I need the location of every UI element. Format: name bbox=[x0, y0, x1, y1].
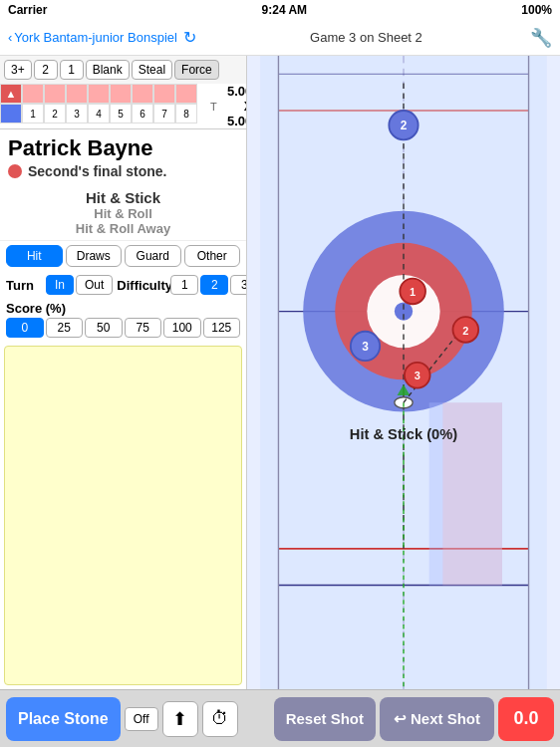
pct-0-btn[interactable]: 0 bbox=[6, 318, 44, 338]
ice-sheet-svg: 2 1 2 3 3 Hit & Stick (0%) bbox=[247, 56, 560, 689]
player-role: Second's final stone. bbox=[8, 163, 238, 179]
blue-score-row: 1 2 3 4 5 6 7 8 bbox=[0, 104, 197, 124]
left-panel: 3+ 2 1 Blank Steal Force ▲ bbox=[0, 56, 247, 689]
bottom-bar: Place Stone Off ⬆ ⏱ Reset Shot ↩ Next Sh… bbox=[0, 689, 560, 747]
score-rows: ▲ 1 2 3 bbox=[0, 84, 246, 128]
end-btn-steal[interactable]: Steal bbox=[132, 60, 172, 80]
end-btn-force[interactable]: Force bbox=[174, 60, 219, 80]
back-chevron-icon: ‹ bbox=[8, 30, 12, 45]
red-score-val: 5.00 bbox=[223, 84, 247, 99]
back-arrow-icon: ↩ bbox=[394, 710, 407, 728]
red-cell-4 bbox=[88, 84, 110, 104]
diff-2-btn[interactable]: 2 bbox=[200, 275, 228, 295]
end-btn-3plus[interactable]: 3+ bbox=[4, 60, 32, 80]
tab-hit[interactable]: Hit bbox=[6, 245, 63, 267]
time-label: 9:24 AM bbox=[262, 3, 308, 17]
end-btn-blank[interactable]: Blank bbox=[86, 60, 130, 80]
status-bar: Carrier 9:24 AM 100% bbox=[0, 0, 560, 20]
red-cell-5 bbox=[110, 84, 132, 104]
score-right: 5.00 T X 5.00 bbox=[197, 84, 247, 128]
shot-tabs: Hit Draws Guard Other bbox=[6, 245, 240, 267]
tab-guard[interactable]: Guard bbox=[125, 245, 181, 267]
pct-100-btn[interactable]: 100 bbox=[163, 318, 201, 338]
blue-cell-3: 3 bbox=[66, 104, 88, 124]
svg-text:2: 2 bbox=[462, 325, 468, 337]
game-info: Game 3 on Sheet 2 bbox=[202, 30, 530, 45]
red-cell-7 bbox=[153, 84, 175, 104]
end-buttons-row: 3+ 2 1 Blank Steal Force bbox=[0, 56, 246, 84]
score-pct-group: 0 25 50 75 100 125 bbox=[6, 318, 240, 338]
battery-label: 100% bbox=[521, 3, 552, 17]
blue-cell-5: 5 bbox=[110, 104, 132, 124]
tab-other[interactable]: Other bbox=[184, 245, 241, 267]
blue-cell-4: 4 bbox=[88, 104, 110, 124]
red-cell-2 bbox=[44, 84, 66, 104]
t-label: T bbox=[204, 101, 222, 113]
turn-out-btn[interactable]: Out bbox=[76, 275, 113, 295]
place-stone-button[interactable]: Place Stone bbox=[6, 697, 121, 741]
blue-cell-7: 7 bbox=[153, 104, 175, 124]
clock-icon-button[interactable]: ⏱ bbox=[202, 701, 238, 737]
end-btn-1[interactable]: 1 bbox=[60, 60, 84, 80]
stone-dot-icon bbox=[8, 164, 22, 178]
red-indicator: ▲ bbox=[0, 84, 22, 104]
red-cell-1 bbox=[22, 84, 44, 104]
back-label: York Bantam-junior Bonspiel bbox=[14, 30, 177, 45]
red-cell-8 bbox=[175, 84, 197, 104]
score-section: 3+ 2 1 Blank Steal Force ▲ bbox=[0, 56, 246, 129]
next-shot-button[interactable]: ↩ Next Shot bbox=[380, 697, 494, 741]
blue-cell-8: 8 bbox=[175, 104, 197, 124]
clock-icon: ⏱ bbox=[211, 708, 229, 729]
reset-shot-button[interactable]: Reset Shot bbox=[274, 697, 376, 741]
turn-group: In Out bbox=[46, 275, 113, 295]
svg-text:Hit & Stick (0%): Hit & Stick (0%) bbox=[350, 426, 457, 442]
person-icon: ⬆ bbox=[172, 708, 187, 730]
shot-secondary1[interactable]: Hit & Roll bbox=[94, 206, 152, 221]
blue-score-val: 5.00 bbox=[223, 114, 247, 128]
red-cell-3 bbox=[66, 84, 88, 104]
score-pct-section: Score (%) 0 25 50 75 100 125 bbox=[0, 299, 246, 342]
shot-primary[interactable]: Hit & Stick bbox=[86, 189, 160, 206]
carrier-label: Carrier bbox=[8, 3, 47, 17]
difficulty-label: Difficulty bbox=[117, 278, 166, 293]
blue-cell-1: 1 bbox=[22, 104, 44, 124]
player-role-text: Second's final stone. bbox=[28, 163, 166, 179]
diff-3-btn[interactable]: 3 bbox=[230, 275, 247, 295]
score-left: ▲ 1 2 3 bbox=[0, 84, 197, 128]
svg-text:3: 3 bbox=[362, 340, 369, 354]
diff-1-btn[interactable]: 1 bbox=[170, 275, 198, 295]
turn-label: Turn bbox=[6, 278, 42, 293]
pct-50-btn[interactable]: 50 bbox=[85, 318, 123, 338]
svg-text:2: 2 bbox=[401, 119, 408, 132]
end-btn-2[interactable]: 2 bbox=[34, 60, 58, 80]
pct-75-btn[interactable]: 75 bbox=[125, 318, 162, 338]
red-cell-6 bbox=[132, 84, 153, 104]
refresh-icon[interactable]: ↻ bbox=[183, 28, 196, 47]
shot-options: Hit & Stick Hit & Roll Hit & Roll Away bbox=[0, 181, 246, 241]
score-pct-label: Score (%) bbox=[6, 301, 240, 316]
back-button[interactable]: ‹ York Bantam-junior Bonspiel bbox=[8, 30, 177, 45]
next-shot-label: Next Shot bbox=[411, 710, 480, 727]
score-display: 0.0 bbox=[498, 697, 554, 741]
pct-25-btn[interactable]: 25 bbox=[46, 318, 84, 338]
nav-bar: ‹ York Bantam-junior Bonspiel ↻ Game 3 o… bbox=[0, 20, 560, 56]
person-icon-button[interactable]: ⬆ bbox=[162, 701, 198, 737]
shot-secondary2[interactable]: Hit & Roll Away bbox=[76, 221, 170, 236]
note-area[interactable] bbox=[4, 346, 242, 685]
blue-indicator bbox=[0, 104, 22, 124]
player-info: Patrick Bayne Second's final stone. bbox=[0, 129, 246, 181]
red-score-row: ▲ bbox=[0, 84, 197, 104]
pct-125-btn[interactable]: 125 bbox=[203, 318, 241, 338]
svg-text:1: 1 bbox=[410, 286, 416, 298]
turn-in-btn[interactable]: In bbox=[46, 275, 74, 295]
blue-cell-6: 6 bbox=[132, 104, 153, 124]
right-panel[interactable]: 2 1 2 3 3 Hit & Stick (0%) bbox=[247, 56, 560, 689]
tools-icon[interactable]: 🔧 bbox=[530, 27, 552, 49]
difficulty-group: 1 2 3 4 bbox=[170, 275, 247, 295]
blue-cell-2: 2 bbox=[44, 104, 66, 124]
x-label: X bbox=[226, 99, 247, 114]
player-name: Patrick Bayne bbox=[8, 135, 238, 161]
score-value: 0.0 bbox=[513, 708, 538, 729]
tab-draws[interactable]: Draws bbox=[66, 245, 123, 267]
toggle-off-button[interactable]: Off bbox=[125, 707, 158, 731]
